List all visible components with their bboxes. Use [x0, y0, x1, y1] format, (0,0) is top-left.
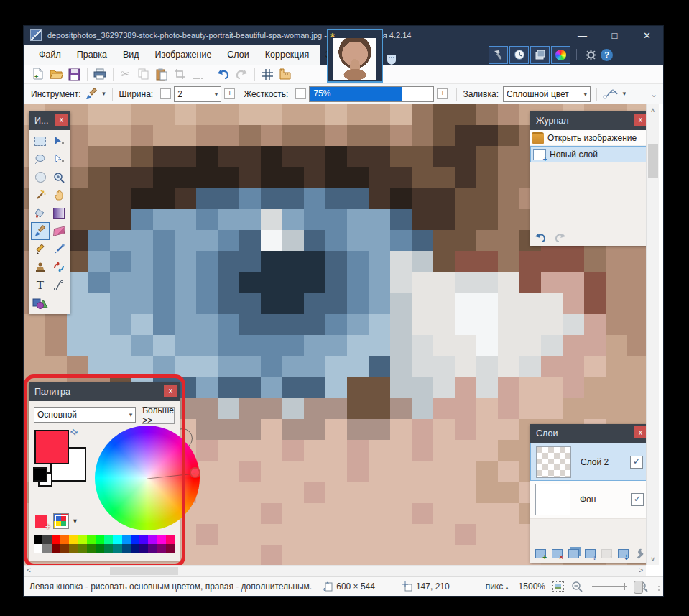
add-color-button[interactable] — [35, 515, 47, 528]
settings-button[interactable] — [585, 49, 597, 61]
layer-row-0[interactable]: Слой 2✓ — [530, 443, 646, 481]
history-panel-header[interactable]: Журнал x — [530, 111, 646, 130]
move-layer-down-button[interactable]: ⇣ — [616, 547, 630, 561]
hardness-minus-button[interactable]: − — [295, 88, 306, 99]
scroll-down-arrow[interactable]: ∨ — [647, 556, 659, 563]
layer-visibility-checkbox[interactable]: ✓ — [631, 493, 644, 506]
palette-swatch[interactable] — [87, 535, 96, 544]
menu-item-0[interactable]: Файл — [31, 50, 69, 60]
tools-panel-header[interactable]: И... x — [29, 111, 70, 130]
history-toggle-button[interactable] — [509, 46, 529, 64]
tool-magic-wand[interactable] — [31, 186, 50, 204]
image-tab[interactable]: * — [327, 29, 383, 83]
palette-more-button[interactable]: Больше >> — [142, 407, 175, 424]
fill-combobox[interactable]: Сплошной цвет▾ — [503, 86, 591, 102]
hardness-slider[interactable]: 75% — [309, 86, 434, 102]
colors-toggle-button[interactable] — [551, 46, 570, 64]
palette-swatch[interactable] — [166, 544, 175, 553]
width-minus-button[interactable]: − — [160, 88, 171, 99]
width-plus-button[interactable]: + — [224, 88, 235, 99]
menu-item-4[interactable]: Слои — [219, 50, 256, 60]
palette-swatch[interactable] — [131, 544, 139, 553]
palette-swatch[interactable] — [87, 544, 96, 553]
tool-move-selection[interactable] — [50, 132, 68, 150]
tool-gradient[interactable] — [50, 204, 68, 222]
merge-layer-down-button[interactable]: ↓ — [583, 547, 597, 561]
tool-move-selection-outline[interactable] — [50, 150, 68, 168]
history-item-1[interactable]: Новый слой — [530, 146, 646, 162]
horizontal-scrollbar[interactable]: < > — [24, 565, 646, 576]
menu-item-5[interactable]: Коррекция — [257, 50, 317, 60]
unit-selector[interactable]: пикс ▴ — [486, 581, 509, 592]
history-item-0[interactable]: Открыть изображение — [530, 130, 646, 146]
new-file-button[interactable]: + — [29, 66, 47, 82]
cut-button[interactable]: ✂ — [117, 66, 134, 82]
tool-lasso-select[interactable] — [31, 150, 50, 168]
menu-item-1[interactable]: Правка — [69, 50, 115, 60]
palette-swatch[interactable] — [122, 544, 131, 553]
palette-swatch[interactable] — [42, 535, 51, 544]
options-overflow-chevron[interactable]: ⌄ — [650, 89, 657, 99]
layers-toggle-button[interactable] — [530, 46, 550, 64]
paste-button[interactable] — [153, 66, 170, 82]
zoom-slider[interactable] — [592, 586, 627, 587]
zoom-out-button[interactable] — [571, 581, 583, 592]
palette-swatch[interactable] — [131, 535, 139, 544]
tool-text[interactable]: T — [31, 276, 50, 294]
palette-swatch[interactable] — [34, 544, 42, 553]
layer-properties-button[interactable] — [632, 547, 646, 561]
palette-swatch[interactable] — [122, 535, 131, 544]
palette-swatch[interactable] — [157, 535, 166, 544]
scroll-up-arrow[interactable]: ∧ — [647, 106, 659, 114]
vertical-scrollbar[interactable]: ∧ ∨ — [646, 104, 659, 565]
layer-row-1[interactable]: Фон✓ — [530, 481, 646, 519]
undo-button[interactable] — [215, 66, 232, 82]
history-panel-close-button[interactable]: x — [634, 114, 646, 126]
menu-item-2[interactable]: Вид — [115, 50, 147, 60]
save-button[interactable] — [65, 66, 83, 82]
palette-swatch[interactable] — [113, 544, 121, 553]
palette-swatch[interactable] — [69, 535, 78, 544]
scroll-left-arrow[interactable]: < — [27, 566, 31, 574]
palette-mode-combobox[interactable]: Основной▾ — [34, 407, 136, 423]
palette-swatch[interactable] — [139, 544, 148, 553]
close-button[interactable]: ✕ — [631, 26, 663, 45]
palette-swatch[interactable] — [34, 535, 42, 544]
palette-collection-button[interactable] — [53, 513, 69, 529]
crop-button[interactable] — [171, 66, 188, 82]
resize-grip[interactable] — [657, 585, 661, 592]
ruler-button[interactable] — [277, 66, 294, 82]
tool-eraser[interactable] — [50, 222, 68, 240]
history-redo-icon[interactable] — [553, 233, 566, 243]
width-combobox[interactable]: 2▾ — [174, 86, 221, 102]
layer-visibility-checkbox[interactable]: ✓ — [630, 456, 643, 469]
palette-swatch[interactable] — [148, 535, 157, 544]
palette-swatch[interactable] — [78, 535, 86, 544]
color-wheel-selector[interactable] — [190, 467, 200, 478]
primary-color-swatch[interactable] — [34, 430, 69, 464]
layers-panel-close-button[interactable]: x — [634, 426, 646, 438]
palette-swatch[interactable] — [60, 535, 69, 544]
tool-ellipse-select[interactable] — [31, 168, 50, 186]
tools-toggle-button[interactable] — [489, 46, 508, 64]
hardness-plus-button[interactable]: + — [437, 88, 448, 99]
tools-panel-close-button[interactable]: x — [55, 114, 68, 126]
current-tool-button[interactable]: ▼ — [85, 88, 107, 101]
palette-panel-header[interactable]: Палитра x — [29, 382, 180, 401]
copy-button[interactable] — [135, 66, 152, 82]
palette-swatch[interactable] — [60, 544, 69, 553]
redo-button[interactable] — [233, 66, 250, 82]
tool-rectangle-select[interactable] — [31, 132, 50, 150]
palette-swatch[interactable] — [42, 544, 51, 553]
zoom-slider-thumb[interactable] — [634, 581, 643, 594]
menu-item-3[interactable]: Изображение — [147, 50, 220, 60]
tool-paint-bucket[interactable] — [31, 204, 50, 222]
palette-swatch[interactable] — [148, 544, 157, 553]
delete-layer-button[interactable]: × — [550, 547, 564, 561]
palette-swatch[interactable] — [78, 544, 86, 553]
palette-collection-dropdown-arrow[interactable]: ▼ — [72, 518, 78, 525]
open-file-button[interactable] — [47, 66, 65, 82]
palette-swatch[interactable] — [139, 535, 148, 544]
palette-swatch[interactable] — [157, 544, 166, 553]
horizontal-scroll-thumb[interactable] — [110, 567, 178, 575]
